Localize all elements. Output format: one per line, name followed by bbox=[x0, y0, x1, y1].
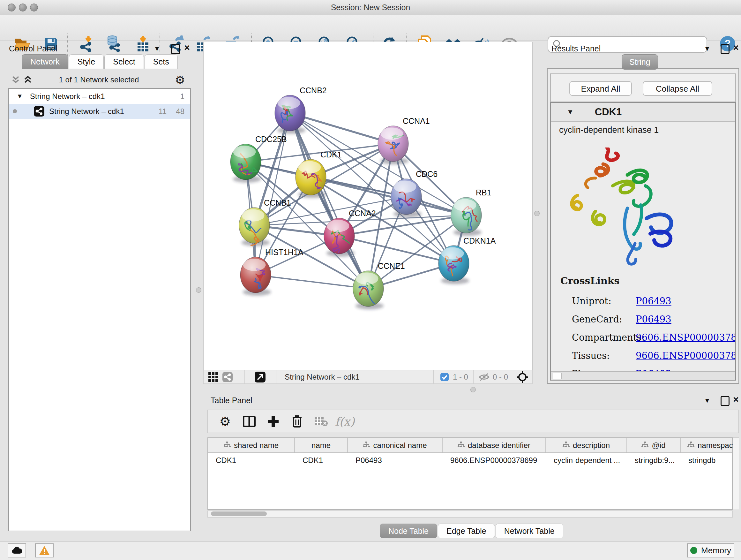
splitter-handle[interactable] bbox=[534, 211, 540, 216]
table-cell[interactable]: P06493 bbox=[348, 453, 443, 468]
import-table-icon[interactable] bbox=[134, 35, 152, 53]
table-cell[interactable]: CDK1 bbox=[208, 453, 295, 468]
crosslink-link[interactable]: 9606.ENSP00000378699 bbox=[636, 350, 736, 361]
show-columns-icon[interactable] bbox=[237, 416, 261, 427]
view-grid-icon[interactable] bbox=[208, 372, 218, 382]
splitter-handle[interactable] bbox=[196, 287, 201, 293]
collapse-all-button[interactable]: Collapse All bbox=[643, 81, 712, 96]
table-panel-close-icon[interactable]: ✕ bbox=[733, 395, 739, 404]
function-builder-icon[interactable]: f(x) bbox=[333, 415, 357, 428]
warnings-button[interactable] bbox=[35, 543, 54, 557]
crosslink-link[interactable]: P06493 bbox=[636, 314, 671, 325]
table-header-row: shared namenamecanonical namedatabase id… bbox=[208, 438, 732, 453]
tab-network[interactable]: Network bbox=[22, 54, 68, 69]
crosslink-label: Tissues: bbox=[572, 350, 636, 361]
tab-node-table[interactable]: Node Table bbox=[380, 523, 437, 538]
column-header--id[interactable]: @id bbox=[627, 438, 681, 452]
column-header-canonical-name[interactable]: canonical name bbox=[348, 438, 443, 452]
node-ccnb1[interactable]: CCNB1 bbox=[239, 198, 291, 245]
node-cdkn1a[interactable]: CDKN1A bbox=[439, 236, 496, 281]
column-header-namespace[interactable]: namespace bbox=[681, 438, 741, 452]
tab-sets[interactable]: Sets bbox=[145, 54, 178, 69]
network-row[interactable]: String Network – cdk1 11 48 bbox=[9, 104, 190, 119]
detach-view-icon[interactable] bbox=[254, 371, 266, 383]
entry-collapse-caret-icon[interactable]: ▼ bbox=[567, 108, 574, 116]
control-panel-close-icon[interactable]: ✕ bbox=[184, 44, 190, 52]
network-share-icon[interactable] bbox=[222, 372, 233, 382]
current-network-dot-icon bbox=[13, 109, 17, 113]
network-options-gear-icon[interactable]: ⚙ bbox=[175, 73, 185, 86]
gene-entry-header[interactable]: ▼ CDK1 bbox=[551, 103, 735, 122]
memory-button[interactable]: Memory bbox=[687, 543, 734, 557]
table-cell[interactable]: stringdb:9... bbox=[627, 453, 681, 468]
selected-checkbox-icon[interactable] bbox=[440, 373, 449, 381]
column-label: name bbox=[312, 441, 331, 450]
column-label: namespace bbox=[697, 441, 737, 450]
table-vertical-scrollbar[interactable] bbox=[733, 437, 739, 510]
collection-count: 1 bbox=[180, 92, 185, 101]
column-header-database-identifier[interactable]: database identifier bbox=[443, 438, 546, 452]
node-cdc6[interactable]: CDC6 bbox=[391, 170, 437, 214]
protein-structure-image bbox=[565, 147, 684, 272]
delete-table-icon[interactable] bbox=[309, 416, 333, 427]
control-panel-menu-icon[interactable]: ▾ bbox=[155, 44, 159, 53]
tab-string[interactable]: String bbox=[622, 54, 658, 70]
tab-edge-table[interactable]: Edge Table bbox=[438, 523, 495, 538]
crosslink-row: Uniprot:P06493 bbox=[572, 292, 736, 310]
table-row[interactable]: CDK1CDK1P064939606.ENSP00000378699cyclin… bbox=[208, 453, 732, 468]
gene-description: cyclin-dependent kinase 1 bbox=[559, 125, 659, 135]
table-cell[interactable]: 9606.ENSP00000378699 bbox=[443, 453, 546, 468]
column-header-description[interactable]: description bbox=[546, 438, 627, 452]
divider bbox=[245, 370, 245, 384]
column-header-shared-name[interactable]: shared name bbox=[208, 438, 295, 452]
network-canvas[interactable]: CCNB2CCNA1CDC25BCDK1CDC6RB1CCNB1CCNA2CDK… bbox=[203, 42, 533, 370]
results-panel-float-icon[interactable] bbox=[721, 44, 730, 54]
node-label-ccnb1: CCNB1 bbox=[264, 198, 291, 207]
crosslink-label: GeneCard: bbox=[572, 314, 636, 325]
node-rb1[interactable]: RB1 bbox=[451, 188, 491, 233]
crosslink-link[interactable]: 9606.ENSP00000378699 bbox=[636, 332, 736, 343]
column-label: @id bbox=[652, 441, 665, 450]
tab-style[interactable]: Style bbox=[69, 54, 104, 69]
gene-name: CDK1 bbox=[595, 106, 622, 118]
toolbar-separator bbox=[67, 34, 68, 55]
table-cell[interactable]: stringdb bbox=[681, 453, 741, 468]
table-cell[interactable]: cyclin-dependent ... bbox=[546, 453, 627, 468]
table-panel-float-icon[interactable] bbox=[721, 396, 730, 406]
table-horizontal-scrollbar[interactable] bbox=[207, 510, 733, 517]
node-ccne1[interactable]: CCNE1 bbox=[353, 261, 405, 307]
scrollbar-thumb[interactable] bbox=[211, 511, 267, 516]
table-panel-title: Table Panel bbox=[211, 396, 253, 405]
crosslink-link[interactable]: P06493 bbox=[636, 296, 671, 307]
node-cdk1[interactable]: CDK1 bbox=[295, 150, 342, 195]
control-panel-float-icon[interactable] bbox=[171, 44, 180, 54]
expand-all-button[interactable]: Expand All bbox=[569, 81, 632, 96]
divider bbox=[433, 370, 434, 384]
splitter-handle[interactable] bbox=[470, 387, 476, 392]
import-network-database-icon[interactable] bbox=[105, 35, 123, 53]
node-ccnb2[interactable]: CCNB2 bbox=[275, 86, 327, 131]
table-cell[interactable]: CDK1 bbox=[295, 453, 348, 468]
table-options-gear-icon[interactable]: ⚙ bbox=[213, 414, 237, 429]
results-panel-menu-icon[interactable]: ▾ bbox=[705, 44, 709, 53]
results-panel-close-icon[interactable]: ✕ bbox=[733, 44, 739, 52]
cloud-status-button[interactable] bbox=[8, 543, 26, 557]
node-attribute-icon bbox=[687, 441, 694, 450]
warning-icon bbox=[39, 546, 50, 555]
results-scrollbar[interactable] bbox=[551, 371, 735, 380]
column-header-name[interactable]: name bbox=[295, 438, 348, 452]
network-collection-row[interactable]: ▼ String Network – cdk1 1 bbox=[9, 89, 190, 104]
node-hist1h1a[interactable]: HIST1H1A bbox=[240, 248, 304, 293]
birdseye-navigator-icon[interactable] bbox=[516, 371, 529, 383]
table-panel-menu-icon[interactable]: ▾ bbox=[705, 396, 709, 405]
crosslinks-title: CrossLinks bbox=[560, 275, 619, 287]
tree-expand-caret-icon[interactable]: ▼ bbox=[17, 92, 23, 100]
import-network-file-icon[interactable] bbox=[78, 35, 96, 53]
node-ccna1[interactable]: CCNA1 bbox=[378, 117, 430, 162]
column-label: description bbox=[573, 441, 610, 450]
tab-network-table[interactable]: Network Table bbox=[495, 523, 563, 538]
node-label-ccne1: CCNE1 bbox=[378, 261, 405, 270]
delete-column-icon[interactable] bbox=[285, 415, 309, 428]
add-column-icon[interactable] bbox=[261, 415, 285, 428]
tab-select[interactable]: Select bbox=[105, 54, 144, 69]
